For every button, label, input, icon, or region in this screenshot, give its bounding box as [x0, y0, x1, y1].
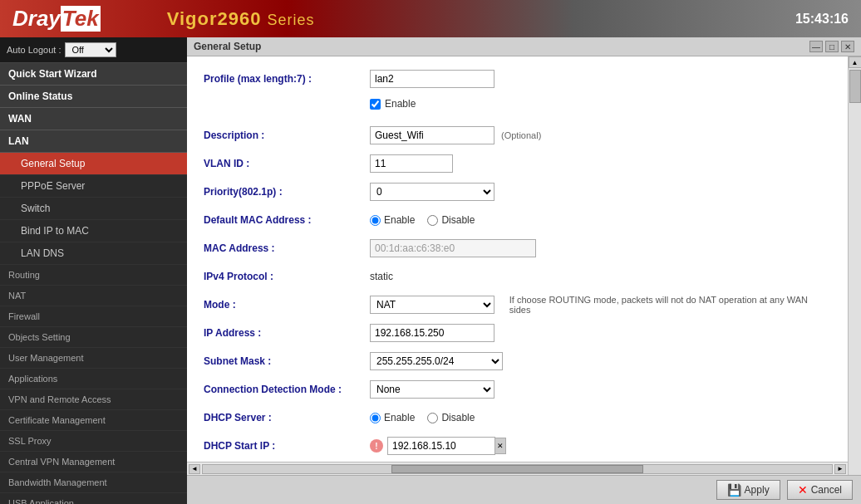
dhcp-start-label: DHCP Start IP :	[204, 440, 370, 452]
description-row: Description : (Optional)	[204, 125, 831, 145]
mac-address-input[interactable]	[370, 239, 536, 257]
main-container: Auto Logout : Off 5 min 10 min 30 min Qu…	[0, 37, 861, 504]
sidebar-item-certificate-mgmt[interactable]: Certificate Management	[0, 410, 187, 431]
form-wrapper: Profile (max length:7) : Enable	[187, 56, 848, 475]
ipv4-protocol-row: IPv4 Protocol : static	[204, 267, 831, 286]
priority-select[interactable]: 01234567	[370, 183, 494, 201]
mac-enable-radio[interactable]	[370, 215, 381, 226]
profile-row: Profile (max length:7) :	[204, 69, 831, 89]
sidebar-item-nat[interactable]: NAT	[0, 286, 187, 306]
v-scrollbar-thumb[interactable]	[849, 70, 861, 103]
default-mac-controls: Enable Disable	[370, 214, 475, 226]
time-display: 15:43:16	[795, 12, 849, 27]
logo: DrayTek	[12, 6, 101, 32]
horizontal-scrollbar: ◄ ►	[187, 462, 848, 475]
vlan-input[interactable]	[370, 154, 453, 173]
sidebar-item-firewall[interactable]: Firewall	[0, 306, 187, 327]
ipv4-protocol-value: static	[370, 271, 393, 282]
profile-input[interactable]	[370, 70, 494, 88]
mode-select[interactable]: NAT ROUTING	[370, 296, 494, 314]
mac-disable-label: Disable	[427, 214, 475, 226]
ip-address-controls	[370, 324, 494, 342]
mac-address-controls	[370, 239, 536, 257]
content-wrapper: General Setup — □ ✕ Profile (max length:…	[187, 37, 861, 504]
sidebar-item-bind-ip-to-mac[interactable]: Bind IP to MAC	[0, 220, 187, 242]
logo-tek: Tek	[61, 6, 101, 32]
sidebar-item-wan[interactable]: WAN	[0, 108, 187, 130]
ip-address-input[interactable]	[370, 324, 494, 342]
sidebar-item-objects-setting[interactable]: Objects Setting	[0, 327, 187, 348]
profile-label: Profile (max length:7) :	[204, 73, 370, 85]
sidebar-item-vpn-remote[interactable]: VPN and Remote Access	[0, 389, 187, 410]
content-body: Profile (max length:7) : Enable	[187, 56, 861, 475]
sidebar-item-routing[interactable]: Routing	[0, 265, 187, 286]
sidebar-item-applications[interactable]: Applications	[0, 369, 187, 389]
mode-label: Mode :	[204, 299, 370, 311]
sidebar-item-lan[interactable]: LAN	[0, 130, 187, 153]
sidebar-item-online-status[interactable]: Online Status	[0, 86, 187, 108]
logo-dray: Dray	[12, 6, 61, 32]
ip-address-row: IP Address :	[204, 323, 831, 343]
form-content: Profile (max length:7) : Enable	[187, 56, 848, 462]
scroll-left-arrow[interactable]: ◄	[189, 464, 200, 474]
conn-detection-label: Connection Detection Mode :	[204, 384, 370, 395]
sidebar-item-user-management[interactable]: User Management	[0, 348, 187, 369]
dhcp-server-row: DHCP Server : Enable Disable	[204, 408, 831, 428]
enable-checkbox[interactable]	[370, 99, 381, 110]
dhcp-start-clear-button[interactable]: ✕	[494, 438, 506, 454]
dhcp-enable-radio[interactable]	[370, 413, 381, 423]
dhcp-start-row: DHCP Start IP : ! ✕	[204, 436, 831, 456]
description-input[interactable]	[370, 126, 494, 144]
sidebar-top-bar: Auto Logout : Off 5 min 10 min 30 min	[0, 37, 187, 63]
cancel-button[interactable]: ✕ Cancel	[787, 480, 853, 500]
mode-row: Mode : NAT ROUTING If choose ROUTING mod…	[204, 295, 831, 315]
dhcp-enable-label: Enable	[370, 412, 415, 423]
window-title-bar: General Setup — □ ✕	[187, 37, 861, 56]
profile-controls	[370, 70, 494, 88]
description-label: Description :	[204, 130, 370, 141]
subnet-mask-select[interactable]: 255.255.255.0/24 255.255.0.0/16 255.0.0.…	[370, 352, 503, 370]
mac-disable-radio[interactable]	[427, 215, 438, 226]
optional-text: (Optional)	[501, 130, 541, 140]
close-button[interactable]: ✕	[841, 41, 854, 52]
dhcp-start-controls: ! ✕	[370, 437, 506, 455]
conn-detection-select[interactable]: None ARP Ping	[370, 380, 494, 399]
minimize-button[interactable]: —	[809, 41, 823, 52]
dhcp-disable-radio[interactable]	[427, 413, 438, 423]
sidebar-item-pppoe-server[interactable]: PPPoE Server	[0, 175, 187, 198]
bottom-bar: 💾 Apply ✕ Cancel	[187, 475, 861, 504]
header: DrayTek Vigor2960 Series 15:43:16	[0, 0, 861, 37]
default-mac-row: Default MAC Address : Enable Disable	[204, 210, 831, 230]
dhcp-server-controls: Enable Disable	[370, 412, 475, 423]
sidebar-item-switch[interactable]: Switch	[0, 198, 187, 220]
subnet-mask-label: Subnet Mask :	[204, 355, 370, 367]
mode-hint: If choose ROUTING mode, packets will not…	[509, 295, 831, 315]
sidebar-item-bandwidth-mgmt[interactable]: Bandwidth Management	[0, 472, 187, 493]
maximize-button[interactable]: □	[825, 41, 839, 52]
dhcp-start-warning-icon: !	[370, 439, 383, 453]
dhcp-start-input[interactable]	[387, 437, 495, 455]
sidebar-item-central-vpn[interactable]: Central VPN Management	[0, 452, 187, 472]
conn-detection-controls: None ARP Ping	[370, 380, 494, 399]
auto-logout-select[interactable]: Off 5 min 10 min 30 min	[65, 42, 116, 57]
vlan-label: VLAN ID :	[204, 158, 370, 169]
apply-icon: 💾	[727, 483, 741, 497]
h-scrollbar-thumb[interactable]	[391, 465, 643, 473]
ipv4-protocol-controls: static	[370, 271, 393, 282]
vlan-row: VLAN ID :	[204, 154, 831, 174]
sidebar-item-quick-start-wizard[interactable]: Quick Start Wizard	[0, 63, 187, 86]
sidebar-item-general-setup[interactable]: General Setup	[0, 153, 187, 175]
scroll-right-arrow[interactable]: ►	[834, 464, 846, 474]
ipv4-protocol-label: IPv4 Protocol :	[204, 271, 370, 282]
dhcp-disable-label: Disable	[427, 412, 475, 423]
sidebar-item-usb-application[interactable]: USB Application	[0, 493, 187, 504]
mac-enable-label: Enable	[370, 214, 415, 226]
ip-address-label: IP Address :	[204, 327, 370, 339]
sidebar-item-lan-dns[interactable]: LAN DNS	[0, 242, 187, 265]
mac-address-label: MAC Address :	[204, 242, 370, 254]
dhcp-start-input-wrapper: ✕	[387, 437, 506, 455]
sidebar-item-ssl-proxy[interactable]: SSL Proxy	[0, 431, 187, 452]
apply-button[interactable]: 💾 Apply	[716, 480, 780, 500]
enable-checkbox-row: Enable	[370, 98, 416, 110]
scroll-up-arrow[interactable]: ▲	[849, 56, 862, 68]
